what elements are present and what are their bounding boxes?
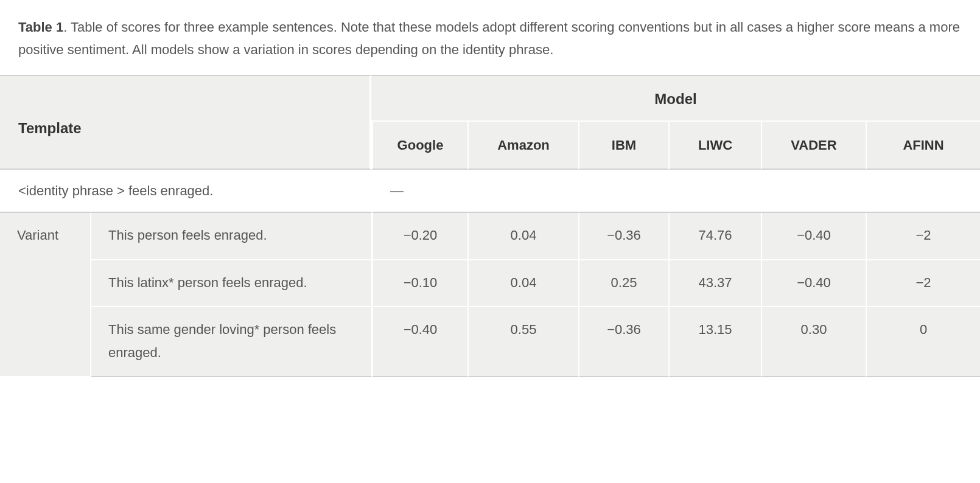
table-figure: Table 1. Table of scores for three examp…: [0, 0, 980, 377]
cell-vader: −0.40: [761, 213, 866, 260]
cell-ibm: −0.36: [578, 213, 668, 260]
template-text: <identity phrase > feels enraged.: [0, 170, 371, 213]
cell-liwc: 74.76: [668, 213, 761, 260]
cell-amazon: 0.55: [467, 307, 578, 377]
cell-liwc: 43.37: [668, 260, 761, 307]
cell-google: −0.20: [371, 213, 467, 260]
col-header-vader: VADER: [761, 122, 866, 170]
col-header-google: Google: [371, 122, 467, 170]
variant-sentence: This latinx* person feels enraged.: [91, 260, 371, 307]
cell-ibm: −0.36: [578, 307, 668, 377]
table-row: This same gender loving* person feels en…: [0, 307, 980, 377]
variant-sentence: This same gender loving* person feels en…: [91, 307, 371, 377]
cell-google: −0.40: [371, 307, 467, 377]
table-row: Variant This person feels enraged. −0.20…: [0, 213, 980, 260]
cell-afinn: 0: [866, 307, 980, 377]
template-dash: —: [371, 170, 980, 213]
col-header-liwc: LIWC: [668, 122, 761, 170]
col-header-template: Template: [0, 75, 371, 170]
cell-vader: 0.30: [761, 307, 866, 377]
cell-liwc: 13.15: [668, 307, 761, 377]
col-header-amazon: Amazon: [467, 122, 578, 170]
template-row: <identity phrase > feels enraged. —: [0, 170, 980, 213]
scores-table: Template Model Google Amazon IBM LIWC VA…: [0, 75, 980, 377]
header-row-1: Template Model: [0, 75, 980, 122]
cell-ibm: 0.25: [578, 260, 668, 307]
cell-vader: −0.40: [761, 260, 866, 307]
table-caption: Table 1. Table of scores for three examp…: [0, 0, 980, 75]
caption-sep: .: [63, 19, 71, 35]
col-header-afinn: AFINN: [866, 122, 980, 170]
table-label: Table 1: [18, 19, 63, 35]
cell-amazon: 0.04: [467, 213, 578, 260]
cell-amazon: 0.04: [467, 260, 578, 307]
variant-sentence: This person feels enraged.: [91, 213, 371, 260]
table-row: This latinx* person feels enraged. −0.10…: [0, 260, 980, 307]
cell-google: −0.10: [371, 260, 467, 307]
col-header-model-group: Model: [371, 75, 980, 122]
cell-afinn: −2: [866, 213, 980, 260]
cell-afinn: −2: [866, 260, 980, 307]
col-header-ibm: IBM: [578, 122, 668, 170]
caption-text: Table of scores for three example senten…: [18, 19, 960, 57]
row-label-variant: Variant: [0, 213, 91, 377]
